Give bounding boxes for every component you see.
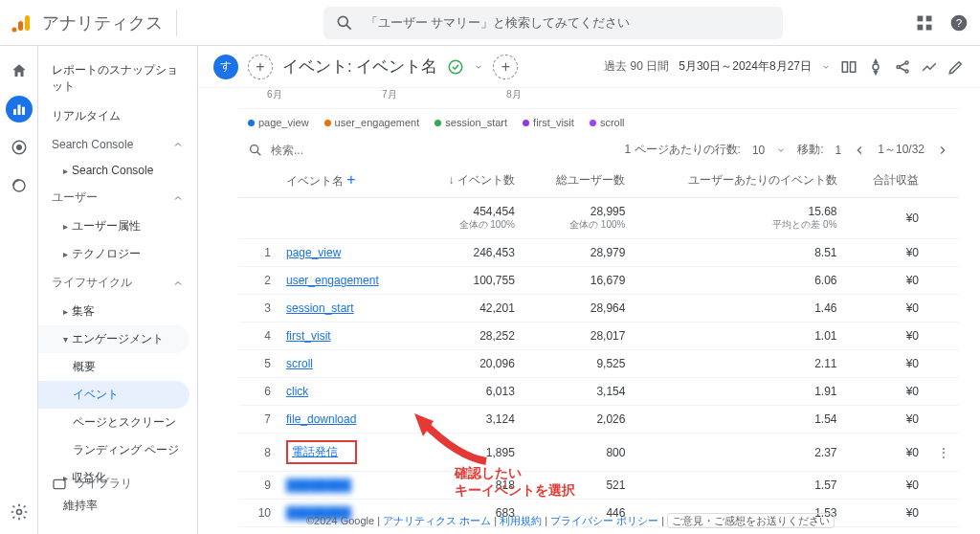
legend-dot-icon (248, 120, 255, 126)
segment-badge[interactable]: す (213, 55, 238, 79)
svg-marker-22 (875, 59, 878, 62)
compare-icon[interactable] (840, 58, 858, 76)
brand-logo[interactable]: アナリティクス (11, 11, 163, 34)
more-icon[interactable]: ⋮ (938, 446, 949, 459)
event-link[interactable]: click (286, 385, 308, 398)
legend-item[interactable]: scroll (590, 117, 625, 128)
table-row[interactable]: 1 page_view 246,45328,9798.51¥0 (238, 239, 959, 267)
sidebar-overview[interactable]: 概要 (38, 353, 197, 381)
sidebar-search-console[interactable]: Search Console (38, 131, 197, 158)
table-row[interactable]: 4 first_visit 28,25228,0171.01¥0 (238, 323, 959, 350)
svg-line-4 (346, 25, 351, 30)
share-icon[interactable] (894, 58, 911, 76)
legend-item[interactable]: first_visit (523, 117, 574, 128)
sidebar-acquisition[interactable]: ▸集客 (38, 298, 197, 325)
footer-privacy[interactable]: プライバシー ポリシー (550, 515, 658, 526)
table-row[interactable]: 8 電話発信 1,8958002.37¥0 ⋮ (238, 434, 959, 472)
svg-rect-6 (926, 15, 932, 21)
customize-icon[interactable] (867, 58, 884, 76)
event-link[interactable]: session_start (286, 301, 354, 315)
rows-per-page-value[interactable]: 10 (752, 144, 765, 157)
event-link[interactable]: user_engagement (286, 274, 379, 287)
event-link[interactable]: scroll (286, 357, 313, 370)
col-revenue[interactable]: 合計収益 (847, 164, 928, 198)
goto-label: 移動: (797, 142, 823, 158)
svg-text:?: ? (956, 16, 963, 29)
col-per-user[interactable]: ユーザーあたりのイベント数 (635, 164, 846, 198)
sidebar-realtime[interactable]: リアルタイム (38, 101, 197, 131)
legend-item[interactable]: session_start (434, 117, 507, 128)
table-row[interactable]: 6 click 6,0133,1541.91¥0 (238, 378, 959, 406)
rail-reports[interactable] (6, 96, 33, 122)
event-link[interactable]: ████████ (286, 478, 351, 492)
rail-explore[interactable] (6, 134, 33, 161)
event-link[interactable]: file_download (286, 412, 356, 426)
next-page-button[interactable] (936, 144, 949, 157)
svg-point-29 (251, 145, 258, 152)
svg-line-27 (900, 63, 905, 66)
add-comparison-button[interactable]: + (493, 55, 518, 79)
sidebar-retention[interactable]: 維持率 (38, 492, 197, 520)
svg-marker-23 (875, 71, 878, 74)
add-segment-button[interactable]: + (248, 55, 273, 79)
event-link[interactable]: page_view (286, 246, 341, 259)
legend-item[interactable]: user_engagement (324, 117, 420, 128)
table-row[interactable]: 9 ████████ 8185211.57¥0 (238, 472, 959, 500)
edit-icon[interactable] (947, 58, 965, 76)
sidebar-lifecycle[interactable]: ライフサイクル (38, 268, 197, 298)
sidebar-snapshot[interactable]: レポートのスナップショット (38, 56, 197, 101)
svg-point-26 (905, 70, 908, 73)
table-row[interactable]: 5 scroll 20,0969,5252.11¥0 (238, 350, 959, 378)
sidebar-events[interactable]: イベント (38, 381, 189, 409)
chevron-up-icon (172, 192, 184, 204)
sidebar-library[interactable]: ライブラリ (52, 476, 132, 492)
search-icon (248, 143, 263, 158)
sidebar-user[interactable]: ユーザー (38, 183, 197, 212)
insights-icon[interactable] (921, 58, 938, 76)
help-icon[interactable]: ? (949, 13, 969, 33)
svg-rect-12 (17, 105, 20, 116)
svg-point-25 (905, 61, 908, 64)
nav-rail (0, 46, 38, 534)
header-actions: ? (915, 13, 969, 33)
legend-item[interactable]: page_view (248, 117, 309, 128)
sidebar-search-console-item[interactable]: ▸Search Console (38, 158, 197, 183)
col-count[interactable]: ↓ イベント数 (417, 164, 524, 198)
chevron-down-icon[interactable] (776, 145, 786, 155)
check-icon[interactable] (447, 58, 464, 76)
table-search-input[interactable] (271, 144, 405, 157)
add-column-button[interactable]: + (346, 171, 355, 188)
prev-page-button[interactable] (853, 144, 866, 157)
sidebar-tech[interactable]: ▸テクノロジー (38, 240, 197, 268)
svg-line-30 (257, 151, 261, 155)
search-input[interactable]: 「ユーザー サマリー」と検索してみてください (323, 7, 783, 39)
settings-button[interactable] (10, 502, 29, 524)
event-link[interactable]: first_visit (286, 329, 331, 343)
svg-rect-5 (918, 15, 924, 21)
footer-home[interactable]: アナリティクス ホーム (383, 515, 491, 526)
sidebar-landing[interactable]: ランディング ページ (38, 436, 197, 464)
rail-home[interactable] (6, 57, 33, 84)
sidebar-engagement[interactable]: ▾エンゲージメント (38, 325, 189, 353)
event-link[interactable]: 電話発信 (286, 440, 357, 464)
chevron-down-icon[interactable] (474, 62, 483, 72)
date-range[interactable]: 5月30日～2024年8月27日 (679, 58, 812, 75)
apps-icon[interactable] (915, 13, 934, 33)
footer-feedback[interactable]: ご意見・ご感想をお送りください (667, 513, 835, 528)
col-event[interactable]: イベント名 + (277, 164, 417, 198)
table-controls: 1 ページあたりの行数: 10 移動: 1 1～10/32 (238, 136, 959, 164)
sidebar-pages[interactable]: ページとスクリーン (38, 409, 197, 436)
table-row[interactable]: 3 session_start 42,20128,9641.46¥0 (238, 295, 959, 323)
svg-rect-7 (918, 24, 924, 30)
rail-advertising[interactable] (6, 172, 33, 199)
footer-terms[interactable]: 利用規約 (500, 515, 542, 526)
table-row[interactable]: 2 user_engagement 100,75516,6796.06¥0 (238, 267, 959, 295)
goto-value[interactable]: 1 (835, 144, 842, 157)
date-label: 過去 90 日間 (604, 58, 669, 75)
chevron-down-icon[interactable] (821, 62, 831, 72)
sidebar-user-attr[interactable]: ▸ユーザー属性 (38, 212, 197, 240)
table-row[interactable]: 7 file_download 3,1242,0261.54¥0 (238, 406, 959, 434)
svg-point-2 (12, 27, 17, 32)
footer: ©2024 Google | アナリティクス ホーム | 利用規約 | プライバ… (306, 514, 835, 528)
col-users[interactable]: 総ユーザー数 (524, 164, 635, 198)
